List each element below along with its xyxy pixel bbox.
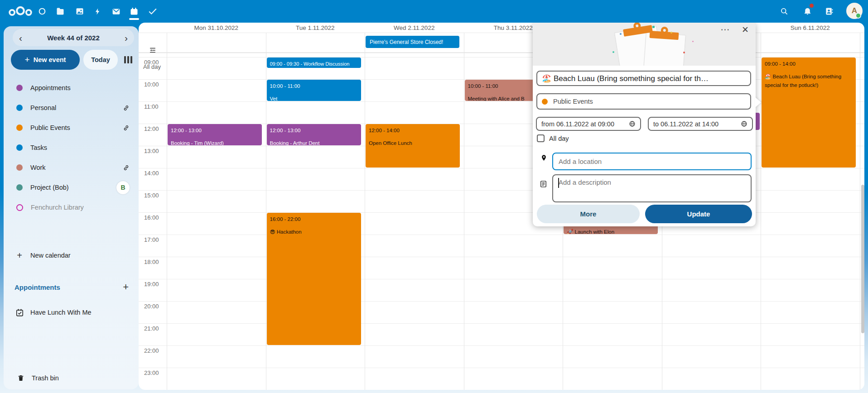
view-switcher-icon[interactable] [124,56,132,63]
hour-label: 20:00 [144,303,166,310]
share-link-icon[interactable] [123,125,130,131]
calendar-list-item[interactable]: Public Events [4,118,139,138]
calendar-select-value: Public Events [553,98,593,105]
calendar-label: Fenchurch Library [31,204,84,211]
next-week-button[interactable]: › [125,33,128,43]
calendar-color-dot [542,99,548,105]
event-title-field[interactable]: 🏖️ Beach Luau (Bring something special f… [536,71,751,86]
nextcloud-logo-icon[interactable] [5,2,35,20]
day-header[interactable]: Sun 6.11.2022 [761,24,860,32]
calendar-select[interactable]: Public Events [536,93,751,110]
calendar-event[interactable]: 12:00 - 13:00Booking - Tim (Wizard) [168,124,262,145]
new-event-button[interactable]: + New event [11,50,80,70]
mail-icon[interactable] [107,2,125,20]
location-pin-icon [540,154,547,161]
start-datetime-value: from 06.11.2022 at 09:00 [541,120,614,128]
calendar-app-icon[interactable] [125,2,143,20]
plus-icon: + [16,250,23,261]
appointment-config-item[interactable]: Have Lunch With Me [4,302,139,322]
appointments-section-header: Appointments + [4,280,139,294]
calendar-event[interactable]: 12:00 - 14:00Open Office Lunch [366,124,460,168]
calendar-list-item[interactable]: Appointments [4,78,139,98]
all-day-event[interactable]: Pierre's General Store Closed! [366,36,459,48]
calendar-event[interactable]: 10:00 - 11:00Vet [267,80,361,101]
end-datetime-field[interactable]: to 06.11.2022 at 14:00 [648,117,753,131]
timezone-globe-icon[interactable] [741,120,747,127]
calendar-label: Work [30,164,46,171]
location-input[interactable] [552,153,752,170]
calendar-event[interactable]: 12:00 - 13:00Booking - Arthur Dent [267,124,361,145]
today-button[interactable]: Today [83,50,118,70]
photos-icon[interactable] [71,2,89,20]
calendar-list-item[interactable]: Work [4,158,139,177]
files-icon[interactable] [51,2,69,20]
calendar-event[interactable]: 09:00 - 09:30 - Workflow Discussion [267,58,361,68]
hour-label: 18:00 [144,259,166,265]
calendar-list-item[interactable]: Tasks [4,138,139,158]
more-button[interactable]: More [537,205,640,223]
share-link-icon[interactable] [123,105,130,111]
update-button[interactable]: Update [645,205,752,223]
calendar-list-item[interactable]: Personal [4,98,139,118]
calendar-ring-icon [16,204,23,211]
description-icon [540,180,547,188]
hour-label: 13:00 [144,148,166,154]
close-icon[interactable]: ✕ [738,22,753,37]
hour-gridline [139,368,864,368]
calendar-label: Project (Bob) [30,184,69,191]
all-day-checkbox-label: All day [549,135,569,142]
appointment-config-label: Have Lunch With Me [30,309,92,316]
previous-week-button[interactable]: ‹ [19,33,22,43]
nextcloud-calendar-app: A ‹ Week 44 of 2022 › + New event Today … [0,0,868,393]
hour-label: 11:00 [144,103,166,110]
description-textarea[interactable] [552,174,752,202]
search-icon[interactable] [775,2,793,20]
end-datetime-value: to 06.11.2022 at 14:00 [653,120,719,128]
trash-icon [17,374,24,382]
new-calendar-button[interactable]: + New calendar [4,245,139,265]
trash-bin-button[interactable]: Trash bin [4,368,139,388]
trash-bin-label: Trash bin [32,374,59,382]
event-editor-popup: ⋯ ✕ 🏖️ Beach Luau (Bring something speci… [533,22,756,226]
hour-label: 12:00 [144,125,166,132]
activity-icon[interactable] [88,2,106,20]
collapse-weekdays-icon[interactable] [149,46,157,56]
top-bar: A [0,0,868,23]
start-datetime-field[interactable]: from 06.11.2022 at 09:00 [536,117,641,131]
all-day-checkbox[interactable] [537,134,545,142]
tasks-icon[interactable] [144,2,162,20]
hour-label: 15:00 [144,192,166,199]
dashboard-icon[interactable] [33,2,51,20]
day-header[interactable]: Wed 2.11.2022 [365,24,464,32]
calendar-event[interactable]: 16:00 - 22:00😎 Hackathon [267,213,361,345]
column-gridline [860,33,860,390]
popup-actions-menu-button[interactable]: ⋯ [718,22,733,37]
vertical-scrollbar[interactable] [861,185,864,333]
hour-label: 21:00 [144,325,166,332]
sidebar: ‹ Week 44 of 2022 › + New event Today Ap… [4,26,139,389]
calendar-label: Public Events [30,124,70,131]
hour-label: 09:00 [144,59,166,66]
add-appointment-config-button[interactable]: + [123,281,129,293]
calendar-event[interactable]: 09:00 - 14:00🏖️ Beach Luau (Bring someth… [762,58,856,168]
shared-avatar-badge: B [116,181,130,194]
timezone-globe-icon[interactable] [629,120,636,127]
section-title: Appointments [14,283,60,291]
calendar-check-icon [15,308,24,317]
day-header[interactable]: Tue 1.11.2022 [266,24,365,32]
calendar-list-item[interactable]: Fenchurch Library [4,197,139,217]
hour-label: 14:00 [144,170,166,177]
hour-gridline [139,235,864,235]
contacts-icon[interactable] [820,2,838,20]
day-header[interactable]: Mon 31.10.2022 [167,24,266,32]
notifications-bell-icon[interactable] [798,2,816,20]
hour-gridline [139,301,864,302]
calendar-dot-icon [16,105,23,111]
column-gridline [761,33,761,390]
popup-arrow [755,97,761,108]
share-link-icon[interactable] [123,164,130,171]
calendar-list-item[interactable]: Project (Bob)B [4,177,139,197]
hour-label: 16:00 [144,214,166,221]
hour-gridline [139,345,864,346]
hour-label: 17:00 [144,236,166,243]
